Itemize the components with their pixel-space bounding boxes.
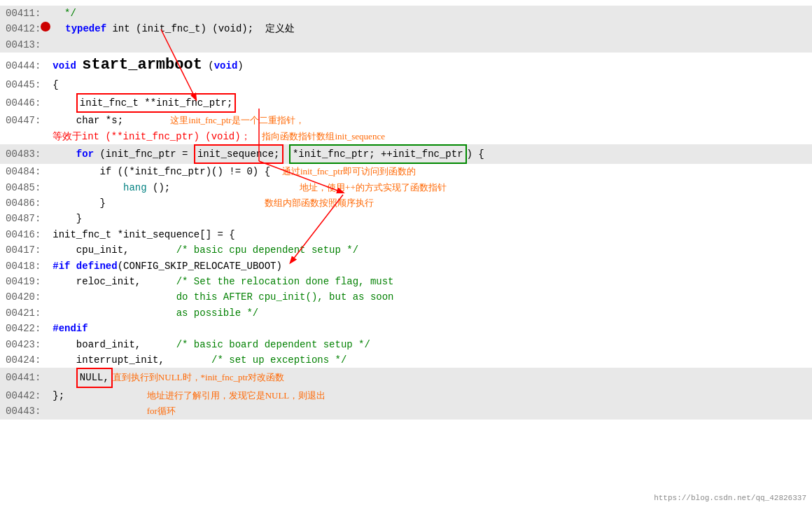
code-token [41, 403, 146, 419]
code-token: typedef [65, 21, 106, 36]
code-line: 00422: #endif [0, 321, 812, 336]
code-token: do this AFTER cpu_init(), but as soon [176, 289, 394, 305]
breakpoint-icon [41, 22, 50, 32]
line-number: 00447: [6, 113, 41, 128]
code-token: }; [41, 388, 146, 403]
code-token: for [76, 146, 94, 162]
code-line: 00441: NULL, 直到执行到NULL时，*init_fnc_ptr对改函… [0, 368, 812, 387]
code-token: /* set up exceptions */ [211, 352, 346, 368]
code-line: 00483: for (init_fnc_ptr = init_sequence… [0, 144, 812, 164]
code-line: 00417: cpu_init, /* basic cpu dependent … [0, 242, 812, 258]
line-number: 00416: [6, 227, 41, 242]
code-token: ) [237, 58, 243, 74]
code-token: } [41, 211, 82, 226]
code-line: 00418: #if defined(CONFIG_SKIP_RELOCATE_… [0, 258, 812, 274]
code-token: ( [202, 58, 214, 74]
code-line: 00442: }; 地址进行了解引用，发现它是NULL，则退出 [0, 388, 812, 403]
code-token: ) { [467, 146, 484, 162]
code-token: { [41, 77, 58, 92]
code-line: 00413: [0, 37, 812, 53]
code-display: 00411: */00412: typedef int (init_fnc_t)… [0, 0, 812, 505]
line-number: 00411: [6, 6, 41, 21]
code-token [76, 58, 82, 74]
code-line: 00411: */ [0, 6, 812, 21]
code-token: #if [52, 258, 70, 274]
code-token: (init_fnc_ptr = [94, 146, 194, 162]
line-number: 00417: [6, 242, 41, 258]
code-token: for循环 [147, 404, 176, 419]
code-token: 通过init_fnc_ptr即可访问到函数的 [282, 165, 416, 179]
line-number: 00445: [6, 77, 41, 92]
red-highlight-box: init_sequence; [194, 144, 284, 164]
line-number: 00441: [6, 370, 41, 385]
code-token: 地址，使用++的方式实现了函数指针 [300, 181, 447, 195]
code-token: 指向函数指针数组init_sequence [262, 130, 384, 144]
code-line: 00444: void start_armboot (void) [0, 53, 812, 77]
line-number: 00446: [6, 95, 41, 111]
line-number: 00483: [6, 146, 41, 162]
code-token: (); [147, 180, 300, 195]
code-token: int (init_fnc_t) (void); 定义处 [106, 21, 295, 36]
code-token: defined [76, 258, 118, 274]
line-number: 00413: [6, 37, 41, 53]
red-highlight-box: NULL, [76, 368, 113, 387]
function-title: start_armboot [82, 53, 202, 77]
code-container: 00411: */00412: typedef int (init_fnc_t)… [0, 6, 812, 420]
line-number: 00424: [6, 352, 41, 368]
code-line: 00445: { [0, 77, 812, 92]
line-number: 00420: [6, 289, 41, 305]
url-bar: https://blog.csdn.net/qq_42826337 [654, 494, 806, 502]
line-number: 00423: [6, 337, 41, 352]
code-token: char *s; [41, 113, 170, 128]
code-token: 数组内部函数按照顺序执行 [265, 196, 374, 211]
code-token: void [214, 58, 238, 74]
line-number: 00487: [6, 211, 41, 226]
code-token: 这里init_fnc_ptr是一个二重指针， [170, 113, 304, 128]
line-number: 00412: [6, 21, 41, 36]
code-token: /* basic board dependent setup */ [176, 337, 370, 352]
code-token [41, 370, 76, 385]
code-line: 00421: as possible */ [0, 305, 812, 321]
code-line: 00485: hang (); 地址，使用++的方式实现了函数指针 [0, 180, 812, 195]
code-line: 00423: board_init, /* basic board depend… [0, 337, 812, 352]
code-token: reloc_init, [41, 274, 176, 289]
code-token: as possible */ [176, 305, 259, 321]
code-token: hang [123, 180, 147, 195]
code-line: 00486: } 数组内部函数按照顺序执行 [0, 195, 812, 211]
code-token [41, 305, 176, 321]
line-number: 00421: [6, 305, 41, 321]
line-number: 00422: [6, 321, 41, 336]
code-token: */ [41, 6, 76, 21]
line-number: 00484: [6, 164, 41, 179]
code-token [41, 95, 76, 111]
code-token: (CONFIG_SKIP_RELOCATE_UBOOT) [118, 258, 282, 274]
line-number: 00418: [6, 258, 41, 274]
line-number: 00419: [6, 274, 41, 289]
code-line: 00419: reloc_init, /* Set the relocation… [0, 274, 812, 289]
code-token: /* basic cpu dependent setup */ [176, 242, 358, 258]
line-number: 00443: [6, 403, 41, 419]
code-token: 直到执行到NULL时，*init_fnc_ptr对改函数 [113, 371, 285, 385]
code-token: if ((*init_fnc_ptr)() != 0) { [41, 164, 281, 179]
code-token: #endif [52, 321, 88, 336]
green-highlight-box: *init_fnc_ptr; ++init_fnc_ptr [289, 144, 467, 164]
code-line: 等效于int (**init_fnc_ptr) (void)； 指向函数指针数组… [0, 129, 812, 144]
code-token [41, 289, 176, 305]
red-highlight-box: init_fnc_t **init_fnc_ptr; [76, 93, 236, 113]
code-token: 等效于int (**init_fnc_ptr) (void)； [41, 129, 262, 144]
line-number: 00444: [6, 58, 41, 74]
code-line: 00424: interrupt_init, /* set up excepti… [0, 352, 812, 368]
line-number: 00442: [6, 388, 41, 403]
line-number: 00486: [6, 195, 41, 211]
code-token: board_init, [41, 337, 176, 352]
code-line: 00416: init_fnc_t *init_sequence[] = { [0, 227, 812, 242]
code-line: 00412: typedef int (init_fnc_t) (void); … [0, 21, 812, 36]
code-token: 地址进行了解引用，发现它是NULL，则退出 [147, 389, 326, 403]
code-token: } [41, 195, 264, 211]
code-line: 00443: for循环 [0, 403, 812, 419]
code-line: 00487: } [0, 211, 812, 226]
code-token: interrupt_init, [41, 352, 211, 368]
code-line: 00447: char *s; 这里init_fnc_ptr是一个二重指针， [0, 113, 812, 128]
code-token [70, 258, 76, 274]
code-line: 00484: if ((*init_fnc_ptr)() != 0) { 通过i… [0, 164, 812, 179]
